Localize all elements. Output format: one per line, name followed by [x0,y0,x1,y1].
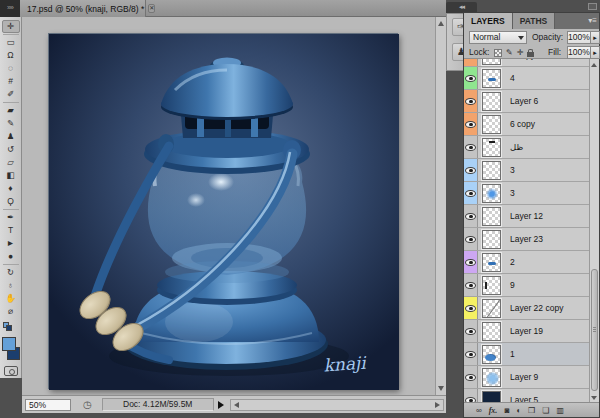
layer-row[interactable]: 6 copy [464,113,599,136]
clone-stamp-tool[interactable]: ♟ [2,130,20,143]
document-canvas[interactable]: knaji [48,33,398,389]
layer-thumbnail[interactable] [482,59,501,65]
foreground-color-swatch[interactable] [2,337,16,351]
scroll-down-icon[interactable] [438,386,444,391]
layer-thumbnail[interactable] [482,253,501,272]
layer-visibility-toggle[interactable] [464,274,478,296]
lock-pixels-icon[interactable]: ✎ [506,48,513,57]
layer-visibility-toggle[interactable] [464,67,478,89]
layer-thumbnail[interactable] [482,138,501,157]
layer-row[interactable]: 9 [464,274,599,297]
lasso-tool[interactable]: Ω [2,49,20,62]
layer-visibility-toggle[interactable] [464,90,478,112]
document-tab[interactable]: 17.psd @ 50% (knaji, RGB/8) * ✕ [20,0,146,17]
adjustment-layer-icon[interactable]: ◐ [516,406,521,415]
layer-visibility-toggle[interactable] [464,228,478,250]
layer-thumbnail[interactable] [482,69,501,88]
pen-tool[interactable]: ✒ [2,211,20,224]
layer-thumbnail[interactable] [482,161,501,180]
layer-row[interactable]: 2 [464,251,599,274]
layer-row[interactable]: 3 [464,159,599,182]
3d-orbit-tool[interactable]: ♁ [2,279,20,292]
brush-tool[interactable]: ✎ [2,117,20,130]
lock-all-icon[interactable] [527,52,534,57]
dodge-tool[interactable]: Ϙ [2,195,20,208]
layer-row[interactable]: Layer 19 [464,320,599,343]
layer-visibility-toggle[interactable] [464,343,478,365]
layer-row[interactable]: Layer 23 [464,228,599,251]
close-tab-icon[interactable]: ✕ [148,4,155,13]
scroll-left-icon[interactable] [234,402,239,408]
gradient-tool[interactable]: ◧ [2,169,20,182]
layer-row[interactable]: 6 copy 2 [464,59,599,67]
layer-row[interactable]: Layer 12 [464,205,599,228]
eyedropper-tool[interactable]: ✐ [2,88,20,101]
delete-layer-icon[interactable]: ▥ [556,406,564,415]
layer-row[interactable]: 4 [464,67,599,90]
opacity-field[interactable]: 100% [567,31,591,44]
panel-menu-icon[interactable]: ▾≡ [588,16,597,25]
layer-visibility-toggle[interactable] [464,205,478,227]
layer-row[interactable]: ظل [464,136,599,159]
scroll-right-icon[interactable] [435,402,440,408]
panel-group-collapse-icon[interactable] [588,3,597,10]
rectangular-marquee-tool[interactable]: ▭ [2,36,20,49]
layer-thumbnail[interactable] [482,115,501,134]
layer-visibility-toggle[interactable] [464,182,478,204]
new-layer-icon[interactable]: ❏ [542,406,549,415]
3d-rotate-tool[interactable]: ↻ [2,266,20,279]
tab-layers[interactable]: LAYERS [464,13,513,29]
lock-position-icon[interactable]: ✛ [517,48,524,57]
zoom-level-field[interactable]: 50% [25,399,71,411]
layer-thumbnail[interactable] [482,207,501,226]
hand-tool[interactable]: ✋ [2,292,20,305]
opacity-spinner-icon[interactable]: ▸ [591,31,600,44]
layer-visibility-toggle[interactable] [464,251,478,273]
scrollbar-thumb[interactable] [591,269,598,391]
layer-thumbnail[interactable] [482,230,501,249]
zoom-tool[interactable]: ⌀ [2,305,20,318]
layer-thumbnail[interactable] [482,92,501,111]
scroll-down-icon[interactable] [591,396,597,400]
layer-thumbnail[interactable] [482,345,501,364]
layer-visibility-toggle[interactable] [464,113,478,135]
eraser-tool[interactable]: ▱ [2,156,20,169]
status-menu-button[interactable] [218,401,224,409]
crop-tool[interactable]: # [2,75,20,88]
quick-selection-tool[interactable]: ◌ [2,62,20,75]
document-horizontal-scrollbar[interactable] [230,399,444,411]
layer-visibility-toggle[interactable] [464,297,478,319]
layer-row[interactable]: Layer 22 copy [464,297,599,320]
blur-tool[interactable]: ♦ [2,182,20,195]
layer-thumbnail[interactable] [482,184,501,203]
move-tool[interactable]: ✛ [2,20,20,33]
path-selection-tool[interactable]: ► [2,237,20,250]
layer-visibility-toggle[interactable] [464,159,478,181]
layers-scrollbar[interactable] [589,59,599,404]
tools-panel-collapse-icon[interactable]: »» [0,0,20,17]
layer-row[interactable]: 1 [464,343,599,366]
layer-row[interactable]: 3 [464,182,599,205]
default-colors-icon[interactable] [3,322,13,332]
layer-group-icon[interactable]: ❒ [528,406,535,415]
history-brush-tool[interactable]: ↺ [2,143,20,156]
spot-healing-brush-tool[interactable]: ▰ [2,104,20,117]
add-layer-mask-icon[interactable]: ◙ [504,406,509,415]
blend-mode-select[interactable]: Normal [469,31,527,44]
layer-visibility-toggle[interactable] [464,136,478,158]
quick-mask-mode-icon[interactable] [4,366,18,376]
tab-paths[interactable]: PATHS [513,13,556,29]
layer-visibility-toggle[interactable] [464,366,478,388]
layer-thumbnail[interactable] [482,322,501,341]
layer-visibility-toggle[interactable] [464,59,478,66]
fill-spinner-icon[interactable]: ▸ [591,46,600,59]
layer-effects-icon[interactable]: fx. [489,406,498,415]
layer-thumbnail[interactable] [482,299,501,318]
document-vertical-scrollbar[interactable] [435,17,446,395]
type-tool[interactable]: T [2,224,20,237]
layer-thumbnail[interactable] [482,276,501,295]
lock-transparency-icon[interactable] [494,49,502,57]
layer-row[interactable]: Layer 6 [464,90,599,113]
layer-row[interactable]: Layer 9 [464,366,599,389]
scroll-up-icon[interactable] [591,63,597,67]
